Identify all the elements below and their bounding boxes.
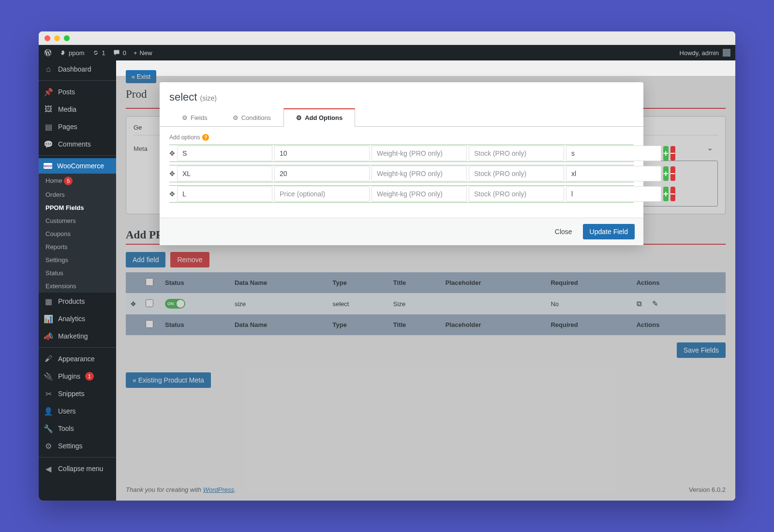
plug-icon: 🔌 (44, 371, 53, 381)
option-id-input[interactable] (566, 186, 661, 202)
avatar[interactable] (723, 49, 730, 57)
menu-products[interactable]: ▦Products (39, 293, 116, 310)
site-link[interactable]: ppom (60, 49, 85, 57)
gauge-icon: ⌂ (44, 64, 53, 74)
help-icon[interactable]: ? (202, 134, 209, 141)
window-maximize-dot[interactable] (64, 35, 70, 41)
remove-option-button[interactable]: − (670, 146, 676, 161)
menu-appearance[interactable]: 🖌Appearance (39, 350, 116, 368)
plus-icon: + (134, 49, 137, 57)
submenu-coupons[interactable]: Coupons (39, 227, 116, 240)
collapse-menu[interactable]: ◀Collapse menu (39, 460, 116, 477)
option-label-input[interactable] (177, 186, 272, 202)
menu-users[interactable]: 👤Users (39, 402, 116, 420)
menu-dashboard[interactable]: ⌂Dashboard (39, 60, 116, 78)
comments-count: 0 (123, 49, 126, 57)
menu-media[interactable]: 🖼Media (39, 101, 116, 118)
submenu-orders[interactable]: Orders (39, 188, 116, 201)
option-weight-input[interactable] (372, 166, 467, 181)
updates-link[interactable]: 1 (92, 49, 105, 57)
add-option-button[interactable]: + (663, 146, 669, 161)
option-stock-input[interactable] (469, 166, 564, 181)
scissors-icon: ✂ (44, 389, 53, 399)
drag-handle-icon[interactable]: ✥ (169, 190, 175, 198)
option-price-input[interactable] (274, 186, 370, 202)
analytics-icon: 📊 (44, 314, 53, 324)
field-editor-modal: select (size) ⚙Fields ⚙Conditions ⚙Add O… (160, 82, 643, 245)
option-price-input[interactable] (274, 166, 370, 181)
add-options-label: Add options (169, 134, 200, 141)
window-minimize-dot[interactable] (54, 35, 60, 41)
gear-icon: ⚙ (233, 114, 238, 121)
menu-comments[interactable]: 💬Comments (39, 135, 116, 153)
gear-icon: ⚙ (296, 114, 302, 121)
option-row: ✥ + − (169, 165, 634, 182)
howdy-text[interactable]: Howdy, admin (680, 49, 719, 57)
marketing-icon: 📣 (44, 331, 53, 341)
products-icon: ▦ (44, 296, 53, 306)
menu-woocommerce[interactable]: wooWooCommerce (39, 158, 116, 174)
submenu-status[interactable]: Status (39, 266, 116, 280)
option-label-input[interactable] (177, 166, 272, 181)
collapse-icon: ◀ (44, 464, 53, 473)
user-icon: 👤 (44, 406, 53, 416)
submenu-customers[interactable]: Customers (39, 214, 116, 227)
drag-handle-icon[interactable]: ✥ (169, 149, 175, 157)
woo-icon: woo (44, 163, 52, 169)
close-button[interactable]: Close (550, 224, 577, 239)
tab-fields[interactable]: ⚙Fields (169, 108, 220, 127)
wrench-icon: 🔧 (44, 424, 53, 433)
option-stock-input[interactable] (469, 186, 564, 202)
new-label: New (140, 49, 152, 57)
menu-analytics[interactable]: 📊Analytics (39, 310, 116, 327)
menu-marketing[interactable]: 📣Marketing (39, 327, 116, 345)
option-weight-input[interactable] (372, 146, 467, 161)
modal-title: select (169, 91, 197, 103)
wp-logo-icon[interactable] (44, 48, 52, 57)
menu-plugins[interactable]: 🔌Plugins 1 (39, 368, 116, 385)
option-id-input[interactable] (566, 166, 661, 181)
submenu-ppom[interactable]: PPOM Fields (39, 201, 116, 214)
submenu-settings[interactable]: Settings (39, 253, 116, 266)
menu-pages[interactable]: ▤Pages (39, 118, 116, 135)
tab-add-options[interactable]: ⚙Add Options (283, 108, 355, 127)
window-close-dot[interactable] (45, 35, 50, 41)
site-name: ppom (69, 49, 85, 57)
gear-icon: ⚙ (182, 114, 188, 121)
brush-icon: 🖌 (44, 354, 53, 364)
update-field-button[interactable]: Update Field (583, 224, 635, 239)
option-row: ✥ + − (169, 185, 634, 203)
option-row: ✥ + − (169, 145, 634, 162)
drag-handle-icon[interactable]: ✥ (169, 170, 175, 177)
remove-option-button[interactable]: − (670, 166, 676, 181)
option-id-input[interactable] (566, 146, 661, 161)
home-badge: 5 (64, 177, 73, 185)
remove-option-button[interactable]: − (670, 187, 676, 201)
menu-posts[interactable]: 📌Posts (39, 83, 116, 101)
menu-settings[interactable]: ⚙Settings (39, 437, 116, 455)
submenu-reports[interactable]: Reports (39, 240, 116, 253)
page-icon: ▤ (44, 122, 53, 132)
tab-conditions[interactable]: ⚙Conditions (220, 108, 283, 127)
submenu-home[interactable]: Home 5 (39, 174, 116, 188)
sliders-icon: ⚙ (44, 441, 53, 451)
option-price-input[interactable] (274, 146, 370, 161)
plugins-badge: 1 (85, 372, 94, 381)
option-label-input[interactable] (177, 146, 272, 161)
modal-subtitle: (size) (200, 94, 217, 102)
add-option-button[interactable]: + (663, 166, 669, 181)
updates-count: 1 (102, 49, 105, 57)
new-link[interactable]: + New (134, 49, 152, 57)
admin-bar: ppom 1 0 + New Howdy, admin (39, 45, 735, 60)
menu-snippets[interactable]: ✂Snippets (39, 385, 116, 402)
menu-tools[interactable]: 🔧Tools (39, 420, 116, 437)
mac-titlebar (39, 31, 735, 45)
comments-link[interactable]: 0 (113, 49, 126, 57)
option-stock-input[interactable] (469, 146, 564, 161)
comment-icon: 💬 (44, 139, 53, 149)
option-weight-input[interactable] (372, 186, 467, 202)
admin-sidebar: ⌂Dashboard 📌Posts 🖼Media ▤Pages 💬Comment… (39, 60, 116, 501)
add-option-button[interactable]: + (663, 187, 669, 201)
media-icon: 🖼 (44, 104, 53, 114)
submenu-extensions[interactable]: Extensions (39, 280, 116, 293)
